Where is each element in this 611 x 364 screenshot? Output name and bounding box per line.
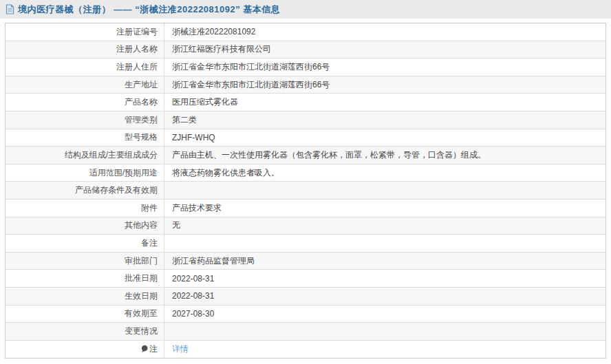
table-row: 型号规格 ZJHF-WHQ [6,129,605,147]
page-title: 境内医疗器械（注册） —— “浙械注准20222081092” 基本信息 [18,3,280,16]
row-label: 注 [6,341,164,358]
row-label: 变更情况 [6,323,164,340]
table-row: 适用范围/预期用途 将液态药物雾化供患者吸入。 [6,164,605,182]
row-label: 生效日期 [6,288,164,305]
row-label: 其他内容 [6,217,164,235]
registration-info-table: 注册证编号 浙械注准20222081092 注册人名称 浙江红福医疗科技有限公司… [5,23,606,358]
row-value: 产品由主机、一次性使用雾化器（包含雾化杯，面罩，松紧带，导管，口含器）组成。 [164,147,605,164]
row-value: 第二类 [164,111,605,129]
table-row: 结构及组成/主要组成成分 产品由主机、一次性使用雾化器（包含雾化杯，面罩，松紧带… [6,147,605,164]
page-header: 境内医疗器械（注册） —— “浙械注准20222081092” 基本信息 [0,0,611,19]
row-value: 2027-08-30 [164,306,605,323]
table-row: 管理类别 第二类 [6,111,605,129]
row-label: 附件 [6,200,164,217]
row-label: 有效期至 [6,306,164,323]
row-label: 产品储存条件及有效期 [6,182,164,199]
table-row: 附件 产品技术要求 [6,200,605,217]
pin-icon [141,345,148,353]
row-value: 浙江省金华市东阳市江北街道湖莲西街66号 [164,58,605,76]
row-value: 浙江红福医疗科技有限公司 [164,41,605,58]
row-label: 生产地址 [6,76,164,94]
table-row: 审批部门 浙江省药品监督管理局 [6,253,605,270]
details-link[interactable]: 详情 [172,343,189,355]
row-label: 产品名称 [6,94,164,111]
row-label: 注册证编号 [6,23,164,41]
row-label: 注册人住所 [6,58,164,76]
row-value [164,182,605,199]
table-row: 批准日期 2022-08-31 [6,270,605,288]
row-label: 注册人名称 [6,41,164,58]
row-value: 详情 [164,341,605,358]
row-value: 浙械注准20222081092 [164,23,605,41]
table-row: 其他内容 无 [6,217,605,235]
row-value [164,323,605,340]
row-label: 型号规格 [6,129,164,147]
table-row: 注册证编号 浙械注准20222081092 [6,23,605,41]
row-label: 管理类别 [6,111,164,129]
row-label: 批准日期 [6,270,164,287]
table-row: 产品储存条件及有效期 [6,182,605,200]
table-row: 注册人名称 浙江红福医疗科技有限公司 [6,41,605,59]
table-row: 生产地址 浙江省金华市东阳市江北街道湖莲西街66号 [6,76,605,94]
row-value: 浙江省金华市东阳市江北街道湖莲西街66号 [164,76,605,94]
table-row: 产品名称 医用压缩式雾化器 [6,94,605,111]
row-value: 医用压缩式雾化器 [164,94,605,111]
row-value: 2022-08-31 [164,288,605,305]
document-icon [6,4,14,14]
row-value: 2022-08-31 [164,270,605,287]
table-row: 注册人住所 浙江省金华市东阳市江北街道湖莲西街66号 [6,58,605,76]
table-row: 变更情况 [6,323,605,341]
row-value: 浙江省药品监督管理局 [164,253,605,270]
row-value: ZJHF-WHQ [164,129,605,147]
row-label: 备注 [6,235,164,252]
table-row: 备注 [6,235,605,253]
row-label: 适用范围/预期用途 [6,164,164,182]
row-label: 审批部门 [6,253,164,270]
note-label: 注 [149,343,158,355]
row-value: 将液态药物雾化供患者吸入。 [164,164,605,182]
table-row: 有效期至 2027-08-30 [6,306,605,323]
table-row: 生效日期 2022-08-31 [6,288,605,306]
table-row: 注 详情 [6,341,605,358]
row-value [164,235,605,252]
row-label: 结构及组成/主要组成成分 [6,147,164,164]
row-value: 无 [164,217,605,235]
row-value: 产品技术要求 [164,200,605,217]
